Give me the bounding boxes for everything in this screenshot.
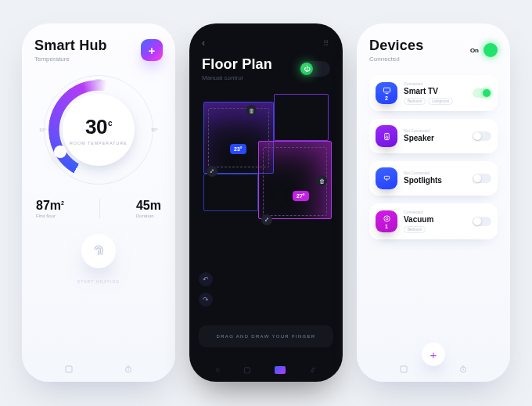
back-button[interactable]: ‹ bbox=[202, 38, 205, 49]
room-delete-icon[interactable]: 🗑 bbox=[316, 175, 327, 186]
duration-label: Duration bbox=[136, 214, 161, 218]
zone-selection-1[interactable] bbox=[208, 108, 269, 167]
device-icon: 1 bbox=[376, 210, 397, 232]
device-name: Vacuum bbox=[404, 215, 466, 224]
on-label: On bbox=[470, 47, 479, 54]
svg-point-5 bbox=[386, 135, 387, 135]
nav-circle-icon[interactable]: ○ bbox=[215, 365, 220, 374]
tick-30: 30° bbox=[151, 128, 158, 132]
device-row[interactable]: 2 Connected Smart TV BedroomLivingroom bbox=[369, 75, 498, 111]
device-icon bbox=[376, 167, 397, 189]
device-toggle[interactable] bbox=[473, 131, 491, 141]
device-name: Smart TV bbox=[404, 87, 466, 95]
redo-button[interactable]: ↷ bbox=[199, 293, 213, 307]
device-count: 1 bbox=[385, 224, 388, 229]
room-delete-icon[interactable]: 🗑 bbox=[246, 105, 257, 116]
page-title: Floor Plan bbox=[202, 56, 272, 73]
page-subtitle: Connected bbox=[369, 56, 423, 63]
device-icon bbox=[376, 125, 397, 147]
room2-temp-badge[interactable]: 27° bbox=[293, 191, 309, 201]
device-name: Spotlights bbox=[404, 176, 466, 185]
tick-20: 20° bbox=[95, 78, 102, 83]
devices-screen: Devices Connected On 2 Connected Smart T… bbox=[357, 23, 510, 382]
device-count: 2 bbox=[385, 95, 388, 101]
svg-rect-9 bbox=[401, 366, 407, 372]
dial-readout: 30c ROOM TEMPERATURE bbox=[63, 94, 135, 166]
nav-home-icon[interactable] bbox=[64, 365, 74, 374]
svg-point-4 bbox=[386, 136, 388, 138]
nav-home-icon[interactable] bbox=[399, 365, 408, 374]
fingerprint-button[interactable] bbox=[81, 234, 116, 268]
device-status: Not Connected bbox=[404, 171, 466, 175]
temp-value: 30 bbox=[85, 115, 107, 138]
drag-handle-icon[interactable]: ⠿ bbox=[323, 39, 330, 48]
area-label: First floor bbox=[36, 214, 64, 218]
svg-point-8 bbox=[386, 217, 388, 220]
on-indicator-icon bbox=[483, 43, 498, 57]
nav-floorplan-icon[interactable] bbox=[275, 366, 286, 374]
page-subtitle: Temperature bbox=[34, 56, 107, 63]
svg-rect-0 bbox=[66, 366, 72, 372]
area-value: 87m bbox=[36, 199, 61, 212]
device-tag: Bedroom bbox=[404, 226, 426, 233]
nav-clock-icon[interactable] bbox=[124, 365, 133, 374]
room-4[interactable] bbox=[203, 174, 258, 211]
stat-divider bbox=[99, 199, 100, 218]
device-row[interactable]: Not Connected Speaker bbox=[369, 119, 498, 153]
fingerprint-icon bbox=[91, 243, 106, 259]
area-sup: 2 bbox=[61, 200, 64, 206]
room-2[interactable] bbox=[274, 94, 329, 141]
dial-handle[interactable] bbox=[54, 146, 66, 158]
power-icon: ⏻ bbox=[300, 63, 313, 75]
device-status: Not Connected bbox=[404, 128, 466, 133]
global-power-toggle[interactable]: On bbox=[470, 43, 498, 57]
plus-icon: + bbox=[430, 348, 437, 361]
temp-unit: c bbox=[108, 119, 112, 128]
device-toggle[interactable] bbox=[473, 88, 491, 98]
svg-point-7 bbox=[383, 215, 389, 221]
bottom-nav bbox=[22, 365, 175, 374]
hint-text: DRAG AND DRAW YOUR FINGER bbox=[199, 325, 333, 347]
start-heating-label: START HEATING bbox=[34, 279, 163, 284]
device-icon: 2 bbox=[376, 82, 397, 104]
page-subtitle: Manual control bbox=[202, 74, 272, 81]
nav-clock-icon[interactable] bbox=[458, 365, 468, 374]
device-status: Connected bbox=[404, 81, 466, 86]
page-title: Devices bbox=[369, 38, 423, 54]
page-title: Smart Hub bbox=[34, 38, 107, 54]
add-button[interactable]: + bbox=[141, 39, 163, 61]
temperature-dial[interactable]: 20° 10° 30° 30c ROOM TEMPERATURE bbox=[49, 80, 149, 180]
device-row[interactable]: 1 Connected Vacuum Bedroom bbox=[369, 203, 498, 239]
nav-square-icon[interactable]: ▢ bbox=[243, 365, 250, 374]
device-tag: Livingroom bbox=[428, 98, 453, 105]
duration-value: 45m bbox=[136, 199, 161, 213]
device-list: 2 Connected Smart TV BedroomLivingroom N… bbox=[369, 75, 498, 368]
nav-pattern-icon[interactable]: ⫽ bbox=[309, 365, 317, 374]
resize-handle-icon[interactable]: ⤢ bbox=[207, 166, 217, 177]
power-toggle[interactable]: ⏻ bbox=[299, 61, 330, 77]
smarthub-screen: Smart Hub Temperature + 20° 10° 30° 30c … bbox=[22, 23, 175, 382]
bottom-nav: ○ ▢ ⫽ bbox=[189, 365, 343, 374]
device-name: Speaker bbox=[404, 134, 466, 142]
temp-label: ROOM TEMPERATURE bbox=[70, 141, 127, 146]
svg-rect-6 bbox=[384, 176, 389, 179]
device-status: Connected bbox=[404, 210, 466, 214]
add-device-button[interactable]: + bbox=[422, 343, 445, 366]
undo-button[interactable]: ↶ bbox=[199, 272, 213, 286]
device-row[interactable]: Not Connected Spotlights bbox=[369, 161, 498, 196]
resize-handle-icon[interactable]: ⤢ bbox=[261, 214, 272, 225]
stat-area: 87m2 First floor bbox=[36, 199, 64, 218]
floorplan-screen: ‹ ⠿ Floor Plan Manual control ⏻ 23° 27° … bbox=[189, 23, 343, 382]
svg-rect-2 bbox=[383, 88, 390, 92]
device-toggle[interactable] bbox=[473, 174, 491, 183]
tick-10: 10° bbox=[39, 128, 46, 132]
room1-temp-badge[interactable]: 23° bbox=[230, 144, 246, 154]
device-tag: Bedroom bbox=[404, 98, 426, 105]
bottom-nav: + bbox=[357, 365, 510, 374]
stat-duration: 45m Duration bbox=[136, 199, 161, 218]
device-toggle[interactable] bbox=[473, 217, 491, 226]
